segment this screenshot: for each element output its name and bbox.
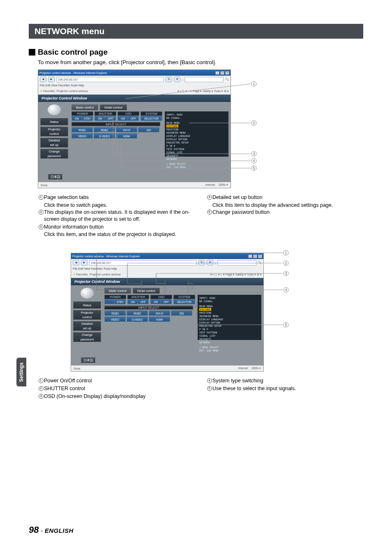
- f2r4: System type switching: [212, 377, 363, 384]
- page-footer: 98 - ENGLISH: [29, 525, 74, 535]
- f2l2: SHUTTER control: [44, 385, 195, 392]
- svg-text:1: 1: [253, 82, 255, 86]
- page-number: 98: [29, 525, 39, 535]
- f1l3-desc: Click this item, and the status of the p…: [44, 231, 195, 238]
- f2l3: OSD (On-screen Display) display/nondispl…: [44, 393, 195, 400]
- section-marker: [29, 49, 35, 56]
- figure-1: Projector control window - Windows Inter…: [29, 69, 363, 188]
- svg-text:2: 2: [253, 121, 255, 125]
- svg-text:3: 3: [285, 271, 287, 275]
- svg-text:4: 4: [285, 288, 287, 292]
- figure-2-callouts: 1 2 3 4 5: [37, 240, 300, 364]
- f2l1: Power On/Off control: [44, 377, 195, 384]
- svg-text:4: 4: [253, 159, 255, 163]
- section-title: Basic control page: [38, 48, 108, 57]
- section-intro: To move from another page, click [Projec…: [38, 59, 363, 65]
- figure-1-legend: 1Page selection tabs Click these to swit…: [38, 194, 363, 238]
- f1r4-desc: Click this item to display the advanced …: [212, 202, 363, 209]
- svg-text:2: 2: [285, 261, 287, 265]
- f1r5-title: Change password button: [212, 209, 363, 216]
- figure-1-callouts: 1 2 3 4 5: [29, 69, 275, 193]
- page-language: ENGLISH: [45, 527, 74, 534]
- header-title: NETWORK menu: [35, 26, 104, 36]
- header-bar: NETWORK menu: [29, 24, 363, 39]
- svg-text:1: 1: [285, 251, 287, 255]
- f1r4-title: Detailed set up button: [212, 194, 363, 201]
- figure-2: Projector control window - Windows Inter…: [62, 253, 363, 372]
- left-tab-settings: Settings: [16, 358, 26, 386]
- svg-text:3: 3: [253, 152, 255, 156]
- f1l3-title: Monitor information button: [44, 224, 195, 231]
- svg-text:5: 5: [253, 166, 255, 170]
- figure-2-legend: 1Power On/Off control 2SHUTTER control 3…: [38, 377, 363, 401]
- f1l2-title: This displays the on-screen status. It i…: [44, 209, 195, 223]
- svg-text:5: 5: [285, 323, 287, 327]
- f1l1-title: Page selection tabs: [44, 194, 89, 200]
- svg-line-0: [125, 84, 251, 99]
- f2r5: Use these to select the input signals.: [212, 385, 363, 392]
- section-title-row: Basic control page: [29, 48, 363, 57]
- f1l1-desc: Click these to switch pages.: [44, 202, 195, 209]
